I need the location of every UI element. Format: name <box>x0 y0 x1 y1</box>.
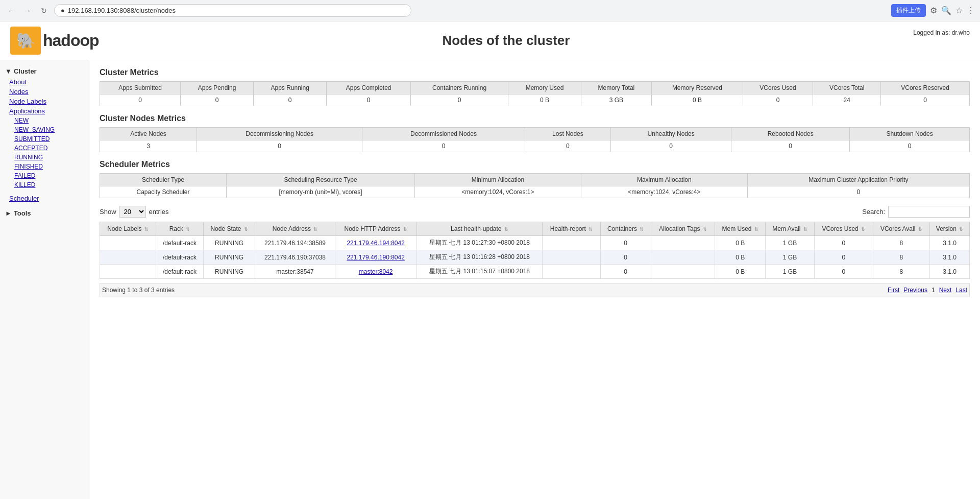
th-rack[interactable]: Rack ⇅ <box>156 222 204 236</box>
sort-node-state: ⇅ <box>244 227 248 232</box>
val-rebooted-nodes[interactable]: 0 <box>731 140 850 152</box>
val-decommissioning-nodes[interactable]: 0 <box>197 140 362 152</box>
td-node-state: RUNNING <box>203 265 255 279</box>
th-allocation-tags[interactable]: Allocation Tags ⇅ <box>651 222 715 236</box>
td-node-http-address-link[interactable]: master:8042 <box>359 268 393 275</box>
sort-mem-avail: ⇅ <box>803 227 807 232</box>
forward-button[interactable]: → <box>21 5 34 17</box>
sidebar-item-submitted[interactable]: SUBMITTED <box>0 134 89 144</box>
col-rebooted-nodes: Rebooted Nodes <box>731 128 850 140</box>
sidebar-item-finished[interactable]: FINISHED <box>0 162 89 171</box>
td-mem-used: 0 B <box>715 236 766 250</box>
val-unhealthy-nodes[interactable]: 0 <box>611 140 731 152</box>
pagination-first[interactable]: First <box>888 287 899 294</box>
val-lost-nodes[interactable]: 0 <box>525 140 610 152</box>
pagination-last[interactable]: Last <box>955 287 967 294</box>
sidebar-item-accepted[interactable]: ACCEPTED <box>0 144 89 153</box>
td-node-http-address-link[interactable]: 221.179.46.190:8042 <box>347 254 404 261</box>
sidebar-item-applications[interactable]: Applications <box>0 106 89 116</box>
search-box: Search: <box>862 206 970 218</box>
sort-node-labels: ⇅ <box>144 227 149 232</box>
show-entries: Show 20 50 100 entries <box>100 206 169 218</box>
th-node-labels[interactable]: Node Labels ⇅ <box>100 222 156 236</box>
url-text: 192.168.190.130:8088/cluster/nodes <box>68 7 176 14</box>
col-memory-reserved: Memory Reserved <box>651 82 743 94</box>
browser-right-icons: 插件上传 ⚙ 🔍 ☆ ⋮ <box>891 4 975 17</box>
nodes-table-wrapper: Show 20 50 100 entries Search: <box>100 206 970 297</box>
pagination: First Previous 1 Next Last <box>888 287 967 294</box>
baidu-upload-btn[interactable]: 插件上传 <box>891 4 926 17</box>
pagination-next[interactable]: Next <box>939 287 952 294</box>
browser-chrome: ← → ↻ ● 192.168.190.130:8088/cluster/nod… <box>0 0 980 21</box>
search-icon[interactable]: 🔍 <box>941 6 951 15</box>
entries-select[interactable]: 20 50 100 <box>119 206 146 218</box>
th-last-health-update[interactable]: Last health-update ⇅ <box>416 222 543 236</box>
sidebar-tools-title[interactable]: ► Tools <box>0 207 89 219</box>
td-allocation-tags <box>651 250 715 265</box>
th-mem-avail[interactable]: Mem Avail ⇅ <box>766 222 815 236</box>
th-node-address[interactable]: Node Address ⇅ <box>255 222 335 236</box>
td-mem-avail: 1 GB <box>766 236 815 250</box>
sort-allocation-tags: ⇅ <box>703 227 707 232</box>
hadoop-logo: 🐘 hadoop <box>10 27 99 55</box>
sort-mem-used: ⇅ <box>754 227 758 232</box>
cluster-metrics-header: Cluster Metrics <box>100 68 970 77</box>
td-health-report <box>543 250 600 265</box>
sidebar-item-scheduler[interactable]: Scheduler <box>0 194 89 203</box>
pagination-previous[interactable]: Previous <box>903 287 927 294</box>
val-scheduler-type: Capacity Scheduler <box>100 186 227 198</box>
val-memory-reserved: 0 B <box>651 94 743 106</box>
arrow-right-icon: ► <box>5 209 12 217</box>
td-containers: 0 <box>600 265 651 279</box>
col-vcores-used: VCores Used <box>743 82 813 94</box>
col-max-cluster-app-priority: Maximum Cluster Application Priority <box>747 174 969 186</box>
td-node-labels <box>100 250 156 265</box>
entries-label: entries <box>149 208 169 216</box>
val-decommissioned-nodes[interactable]: 0 <box>362 140 525 152</box>
th-vcores-used[interactable]: VCores Used ⇅ <box>814 222 873 236</box>
td-health-report <box>543 265 600 279</box>
col-apps-submitted: Apps Submitted <box>100 82 181 94</box>
refresh-button[interactable]: ↻ <box>38 5 50 17</box>
val-maximum-allocation: <memory:1024, vCores:4> <box>581 186 747 198</box>
cluster-nodes-metrics-table: Active Nodes Decommissioning Nodes Decom… <box>100 127 970 152</box>
bookmark-icon[interactable]: ☆ <box>955 6 963 15</box>
th-node-http-address[interactable]: Node HTTP Address ⇅ <box>335 222 416 236</box>
val-active-nodes[interactable]: 3 <box>100 140 197 152</box>
th-mem-used[interactable]: Mem Used ⇅ <box>715 222 766 236</box>
sidebar-item-failed[interactable]: FAILED <box>0 171 89 180</box>
td-version: 3.1.0 <box>929 265 969 279</box>
sidebar-item-running[interactable]: RUNNING <box>0 153 89 162</box>
sidebar-item-nodes[interactable]: Nodes <box>0 87 89 97</box>
cluster-nodes-metrics-header: Cluster Nodes Metrics <box>100 114 970 123</box>
th-containers[interactable]: Containers ⇅ <box>600 222 651 236</box>
sidebar-cluster-section: ▼ Cluster About Nodes Node Labels Applic… <box>0 65 89 189</box>
address-bar[interactable]: ● 192.168.190.130:8088/cluster/nodes <box>54 4 411 17</box>
login-info: Logged in as: dr.who <box>913 27 970 36</box>
th-health-report[interactable]: Health-report ⇅ <box>543 222 600 236</box>
sidebar-item-about[interactable]: About <box>0 77 89 87</box>
val-max-cluster-app-priority: 0 <box>747 186 969 198</box>
th-vcores-avail[interactable]: VCores Avail ⇅ <box>873 222 929 236</box>
td-node-http-address-link[interactable]: 221.179.46.194:8042 <box>347 240 404 247</box>
col-apps-completed: Apps Completed <box>327 82 410 94</box>
extension-icon[interactable]: ⚙ <box>930 6 937 15</box>
sidebar-item-new[interactable]: NEW <box>0 116 89 125</box>
td-node-http-address: 221.179.46.190:8042 <box>335 250 416 265</box>
menu-icon[interactable]: ⋮ <box>967 6 975 15</box>
sidebar-item-killed[interactable]: KILLED <box>0 180 89 189</box>
val-shutdown-nodes[interactable]: 0 <box>850 140 970 152</box>
table-controls: Show 20 50 100 entries Search: <box>100 206 970 218</box>
sidebar-item-new-saving[interactable]: NEW_SAVING <box>0 125 89 134</box>
th-version[interactable]: Version ⇅ <box>929 222 969 236</box>
td-last-health-update: 星期五 七月 13 01:15:07 +0800 2018 <box>416 265 543 279</box>
page-wrapper: 🐘 hadoop Nodes of the cluster Logged in … <box>0 21 980 499</box>
page-title: Nodes of the cluster <box>99 33 914 49</box>
search-input[interactable] <box>888 206 970 218</box>
sidebar-cluster-title[interactable]: ▼ Cluster <box>0 65 89 77</box>
back-button[interactable]: ← <box>5 5 17 17</box>
th-node-state[interactable]: Node State ⇅ <box>203 222 255 236</box>
td-mem-used: 0 B <box>715 250 766 265</box>
sidebar-item-node-labels[interactable]: Node Labels <box>0 97 89 106</box>
td-containers: 0 <box>600 250 651 265</box>
